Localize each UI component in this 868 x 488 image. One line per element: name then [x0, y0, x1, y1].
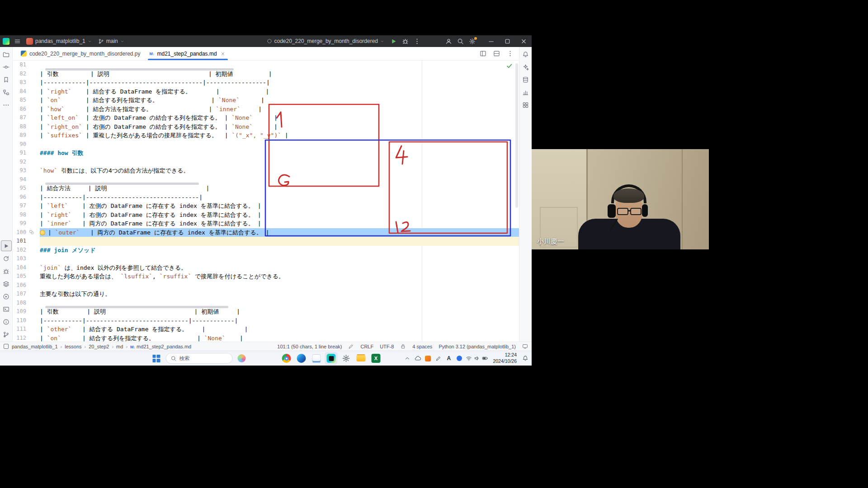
editor-line-102[interactable]: 102### join メソッド — [13, 246, 519, 255]
editor-line-91[interactable]: 91#### how 引数 — [13, 149, 519, 158]
status-item[interactable]: Python 3.12 (pandas_matplotlib_1) — [439, 344, 516, 349]
tool-button-bug[interactable] — [1, 266, 12, 277]
status-item[interactable]: 101:1 (50 chars, 1 line break) — [277, 344, 342, 349]
taskbar-app-app-round[interactable] — [250, 352, 263, 365]
editor-line-88[interactable]: 88| `right_on` | 右側の DataFrame の結合する列を指定… — [13, 122, 519, 131]
layout-editor-button[interactable] — [477, 49, 488, 59]
editor-line-107[interactable]: 107主要な引数は以下の通り。 — [13, 290, 519, 299]
tool-button-structure[interactable] — [1, 87, 12, 98]
tool-button-play-circle[interactable] — [1, 291, 12, 302]
notification-center-button[interactable] — [520, 352, 530, 364]
editor-line-84[interactable]: 84| `right` | 結合する DataFrame を指定する。 | | — [13, 87, 519, 96]
user-account-button[interactable] — [443, 36, 454, 46]
editor-line-93[interactable]: 93`how` 引数には、以下の4つの結合方法が指定できる。 — [13, 166, 519, 175]
status-item[interactable]: CRLF — [360, 344, 373, 349]
tool-button-git-branch[interactable] — [1, 329, 12, 340]
editor-line-82[interactable]: 82| 引数 | 説明 | 初期値 | — [13, 70, 519, 79]
editor-line-103[interactable]: 103 — [13, 254, 519, 263]
more-actions-button[interactable] — [411, 36, 422, 46]
taskbar-app-notes[interactable] — [310, 352, 323, 365]
editor-line-97[interactable]: 97| `left` | 左側の DataFrame に存在する index を… — [13, 202, 519, 211]
editor-line-83[interactable]: 83|------------|------------------------… — [13, 78, 519, 87]
tab-markdown-file[interactable]: M↓ md21_step2_pandas.md — [145, 47, 231, 60]
editor-line-86[interactable]: 86| `how` | 結合方法を指定する。 | `inner` | — [13, 105, 519, 114]
tool-button-database[interactable] — [520, 74, 531, 85]
run-button[interactable] — [388, 36, 399, 46]
tray-expand-button[interactable] — [402, 352, 412, 364]
taskbar-app-app-dark[interactable] — [265, 352, 278, 365]
editor-line-112[interactable]: 112| `on` | 結合する列を指定する。 | `None` | — [13, 334, 519, 342]
editor[interactable]: 8182| 引数 | 説明 | 初期値 |83|------------|---… — [13, 61, 519, 342]
tool-button-chart[interactable] — [520, 87, 531, 98]
inspections-ok-icon[interactable] — [506, 63, 513, 69]
breadcrumb-item[interactable]: md — [116, 344, 123, 349]
taskbar-app-explorer[interactable] — [355, 352, 368, 365]
breadcrumb-item[interactable]: lessons — [65, 344, 81, 349]
editor-more-button[interactable] — [505, 49, 515, 59]
close-tab-button[interactable] — [220, 51, 226, 57]
tool-button-more-h[interactable] — [1, 99, 12, 110]
editor-line-89[interactable]: 89| `suffixes` | 重複した列名がある場合の接尾辞を指定する。 |… — [13, 131, 519, 140]
project-selector[interactable]: pandas_matplotlib_1 — [24, 36, 94, 46]
main-menu-button[interactable] — [12, 36, 23, 46]
status-monitor-widget[interactable] — [522, 343, 528, 349]
editor-line-104[interactable]: 104`join` は、index 以外の列を参照して結合できる。 — [13, 263, 519, 272]
taskbar-app-chrome[interactable] — [280, 352, 293, 365]
editor-line-110[interactable]: 110|-----------|------------------------… — [13, 316, 519, 325]
onedrive-tray-icon[interactable] — [413, 352, 422, 364]
editor-line-95[interactable]: 95| 結合方法 | 説明 | — [13, 184, 519, 193]
editor-line-101[interactable]: 101 — [13, 237, 519, 246]
start-button[interactable] — [150, 352, 163, 365]
breadcrumb-item[interactable]: 20_step2 — [89, 344, 109, 349]
tool-button-run[interactable] — [1, 240, 12, 251]
taskbar-app-pycharm[interactable] — [325, 352, 338, 365]
taskbar-app-excel[interactable]: X — [370, 352, 382, 365]
taskbar-clock[interactable]: 12:24 2024/10/26 — [490, 352, 519, 364]
tool-button-bookmarks[interactable] — [1, 74, 12, 85]
taskbar-search[interactable]: 検索 — [166, 353, 233, 364]
editor-line-90[interactable]: 90 — [13, 140, 519, 149]
run-config-selector[interactable]: code20_220_merge_by_month_disordered — [264, 36, 387, 46]
status-lock-widget[interactable] — [400, 343, 406, 349]
tool-button-services[interactable] — [1, 253, 12, 264]
status-item[interactable]: 4 spaces — [412, 344, 432, 349]
breadcrumb-item[interactable]: pandas_matplotlib_1 — [12, 344, 58, 349]
editor-line-111[interactable]: 111| `other` | 結合する DataFrame を指定する。 | | — [13, 325, 519, 334]
breadcrumb-item[interactable]: M↓ md21_step2_pandas.md — [130, 344, 191, 349]
editor-line-106[interactable]: 106 — [13, 281, 519, 290]
settings-button[interactable] — [467, 36, 477, 46]
editor-line-92[interactable]: 92 — [13, 158, 519, 167]
network-volume-battery-button[interactable] — [465, 352, 489, 364]
status-item[interactable]: UTF-8 — [380, 344, 394, 349]
ime-mode-button[interactable]: A — [444, 352, 453, 364]
split-editor-button[interactable] — [491, 49, 502, 59]
taskbar-app-settings[interactable] — [340, 352, 353, 365]
tray-app-orange[interactable] — [423, 352, 433, 364]
search-everywhere-button[interactable] — [455, 36, 466, 46]
minimize-button[interactable] — [483, 35, 499, 47]
tool-button-project-folder[interactable] — [1, 49, 12, 60]
pen-settings-tray-icon[interactable] — [434, 352, 443, 364]
editor-line-109[interactable]: 109| 引数 | 説明 | 初期値 | — [13, 307, 519, 316]
tool-button-plugins[interactable] — [520, 99, 531, 110]
close-button[interactable] — [515, 35, 532, 47]
tool-button-commit[interactable] — [1, 61, 12, 72]
editor-line-85[interactable]: 85| `on` | 結合する列を指定する。 | `None` | — [13, 96, 519, 105]
editor-line-99[interactable]: 99| `inner` | 両方の DataFrame に存在する index … — [13, 219, 519, 228]
tool-button-layers[interactable] — [1, 278, 12, 289]
editor-line-98[interactable]: 98| `right` | 右側の DataFrame に存在する index … — [13, 211, 519, 220]
tray-app-blue[interactable] — [454, 352, 464, 364]
taskbar-app-edge[interactable] — [295, 352, 308, 365]
editor-line-87[interactable]: 87| `left_on` | 左側の DataFrame の結合する列を指定す… — [13, 113, 519, 122]
tool-button-terminal[interactable] — [1, 304, 12, 314]
tool-button-bell[interactable] — [520, 49, 531, 60]
tool-button-info[interactable] — [1, 316, 12, 327]
tool-button-ai-sparkle[interactable] — [520, 61, 531, 72]
tab-python-file[interactable]: code20_220_merge_by_month_disordered.py — [16, 47, 145, 60]
editor-line-96[interactable]: 96|-----------|-------------------------… — [13, 193, 519, 202]
tool-window-widget-icon[interactable] — [4, 344, 9, 349]
maximize-button[interactable] — [499, 35, 515, 47]
editor-line-105[interactable]: 105重複した列名がある場合は、 `lsuffix`, `rsuffix` で接… — [13, 272, 519, 281]
intention-bulb-icon[interactable] — [40, 230, 45, 235]
branch-selector[interactable]: main — [95, 36, 127, 46]
